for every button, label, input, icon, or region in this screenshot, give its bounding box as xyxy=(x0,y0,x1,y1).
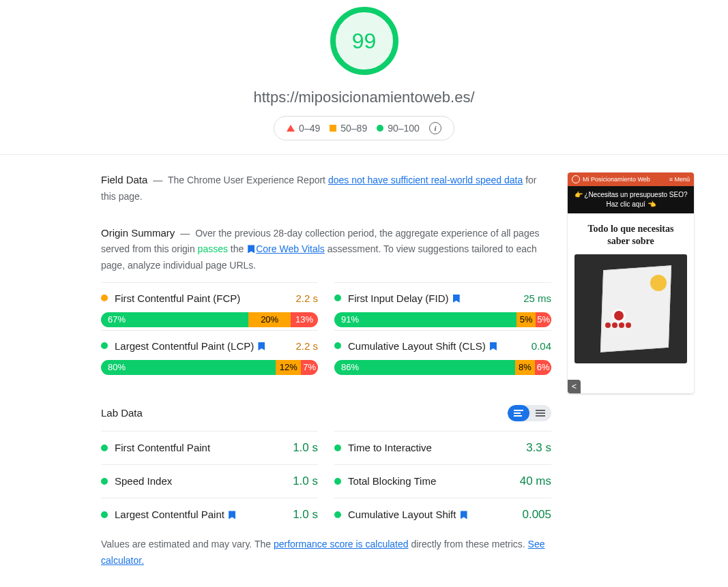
bookmark-icon xyxy=(490,342,497,350)
origin-metrics-grid: First Contentful Paint (FCP) 2.2 s67%20%… xyxy=(101,282,551,378)
bookmark-icon xyxy=(229,511,235,519)
dist-poor: 6% xyxy=(535,360,551,375)
lab-data-heading: Lab Data xyxy=(101,407,508,419)
preview-menu: ≡ Menú xyxy=(669,176,690,183)
lab-metric-row[interactable]: Total Blocking Time40 ms xyxy=(334,464,551,498)
distribution-bar: 91%5%5% xyxy=(334,312,551,327)
score-calc-link[interactable]: performance score is calculated xyxy=(274,539,409,550)
score-legend: 0–49 50–89 90–100 i xyxy=(274,116,454,140)
metric-name: Cumulative Layout Shift xyxy=(348,509,515,520)
triangle-icon xyxy=(287,125,295,132)
dist-poor: 5% xyxy=(536,312,551,327)
status-dot xyxy=(101,478,108,485)
origin-metric-row[interactable]: Largest Contentful Paint (LCP) 2.2 s80%1… xyxy=(101,330,318,378)
status-dot xyxy=(334,511,341,518)
metric-value: 25 ms xyxy=(523,292,551,304)
lab-metric-row[interactable]: Speed Index1.0 s xyxy=(101,464,318,498)
score-value: 99 xyxy=(352,29,377,54)
info-icon[interactable]: i xyxy=(429,122,441,134)
square-icon xyxy=(330,125,336,132)
bookmark-icon xyxy=(453,295,460,303)
preview-hero-image xyxy=(574,254,687,363)
field-data-heading: Field Data xyxy=(101,174,147,185)
lab-metric-row[interactable]: Time to Interactive3.3 s xyxy=(334,431,551,464)
metric-name: First Contentful Paint xyxy=(115,442,286,453)
bars-icon xyxy=(514,408,523,418)
metric-value: 3.3 s xyxy=(526,441,551,455)
metric-value: 1.0 s xyxy=(293,475,318,488)
bookmark-icon xyxy=(248,245,254,253)
metric-name: Largest Contentful Paint (LCP) xyxy=(115,340,289,352)
metric-name: Speed Index xyxy=(115,475,286,487)
origin-metric-row[interactable]: First Input Delay (FID) 25 ms91%5%5% xyxy=(334,282,551,330)
status-dot xyxy=(334,478,341,485)
bookmark-icon xyxy=(461,511,467,519)
preview-title: Todo lo que necesitassaber sobre xyxy=(574,223,687,247)
crux-data-link[interactable]: does not have sufficient real-world spee… xyxy=(328,175,523,185)
field-data-section: Field Data — The Chrome User Experience … xyxy=(101,171,551,205)
lab-metric-row[interactable]: Largest Contentful Paint 1.0 s xyxy=(101,498,318,531)
page-preview-thumbnail: Mi Posicionamiento Web ≡ Menú 👉 ¿Necesit… xyxy=(568,172,694,393)
metric-value: 0.04 xyxy=(532,340,551,352)
status-dot xyxy=(101,342,108,349)
metric-name: Cumulative Layout Shift (CLS) xyxy=(348,340,525,352)
origin-summary-heading: Origin Summary xyxy=(101,227,175,239)
metric-value: 2.2 s xyxy=(295,340,318,352)
legend-fail: 0–49 xyxy=(287,123,320,134)
status-dot xyxy=(101,511,108,518)
preview-brand: Mi Posicionamiento Web xyxy=(583,176,650,183)
view-toggle-list[interactable] xyxy=(529,405,551,421)
dist-needs-improvement: 5% xyxy=(516,312,536,327)
origin-metric-row[interactable]: First Contentful Paint (FCP) 2.2 s67%20%… xyxy=(101,282,318,330)
lab-metrics-grid: First Contentful Paint1.0 sTime to Inter… xyxy=(101,431,551,531)
metric-value: 2.2 s xyxy=(295,292,318,304)
status-dot xyxy=(101,445,108,451)
metric-value: 1.0 s xyxy=(293,441,318,455)
legend-pass: 90–100 xyxy=(377,123,420,134)
circle-icon xyxy=(377,125,383,132)
divider xyxy=(0,154,728,155)
origin-metric-row[interactable]: Cumulative Layout Shift (CLS) 0.0486%8%6… xyxy=(334,330,551,378)
dist-good: 80% xyxy=(101,360,276,375)
metric-value: 1.0 s xyxy=(293,508,318,522)
dist-good: 86% xyxy=(334,360,515,375)
distribution-bar: 67%20%13% xyxy=(101,312,318,327)
dist-good: 67% xyxy=(101,312,248,327)
distribution-bar: 80%12%7% xyxy=(101,360,318,375)
preview-header: Mi Posicionamiento Web ≡ Menú xyxy=(568,172,694,186)
status-dot xyxy=(334,342,341,349)
metric-name: Total Blocking Time xyxy=(348,475,513,487)
dist-good: 91% xyxy=(334,312,516,327)
metric-name: First Contentful Paint (FCP) xyxy=(115,292,289,304)
dist-needs-improvement: 20% xyxy=(248,312,291,327)
status-dot xyxy=(334,445,341,451)
status-dot xyxy=(334,295,341,301)
performance-score-gauge: 99 xyxy=(330,7,398,75)
passes-text: passes xyxy=(198,243,228,254)
status-dot xyxy=(101,295,108,301)
view-toggle-bar[interactable] xyxy=(508,405,529,421)
metric-name: Largest Contentful Paint xyxy=(115,509,286,520)
metric-name: Time to Interactive xyxy=(348,442,519,453)
view-toggle xyxy=(508,405,551,421)
legend-average: 50–89 xyxy=(330,123,367,134)
metric-value: 0.005 xyxy=(522,508,551,522)
origin-summary-section: Origin Summary — Over the previous 28-da… xyxy=(101,224,551,274)
lab-metric-row[interactable]: First Contentful Paint1.0 s xyxy=(101,431,318,464)
share-icon: < xyxy=(568,380,581,393)
lab-footnote: Values are estimated and may vary. The p… xyxy=(101,537,551,569)
dist-needs-improvement: 12% xyxy=(276,360,301,375)
dist-poor: 13% xyxy=(291,312,318,327)
bookmark-icon xyxy=(258,342,265,350)
globe-icon xyxy=(572,175,580,183)
metric-name: First Input Delay (FID) xyxy=(348,292,516,304)
core-web-vitals-link[interactable]: Core Web Vitals xyxy=(256,243,325,254)
dist-poor: 7% xyxy=(301,360,318,375)
preview-banner: 👉 ¿Necesitas un presupuesto SEO? Haz cli… xyxy=(568,186,694,213)
tested-url: https://miposicionamientoweb.es/ xyxy=(0,89,728,106)
lines-icon xyxy=(536,408,545,418)
lab-metric-row[interactable]: Cumulative Layout Shift 0.005 xyxy=(334,498,551,531)
distribution-bar: 86%8%6% xyxy=(334,360,551,375)
dist-needs-improvement: 8% xyxy=(515,360,536,375)
metric-value: 40 ms xyxy=(520,475,551,488)
